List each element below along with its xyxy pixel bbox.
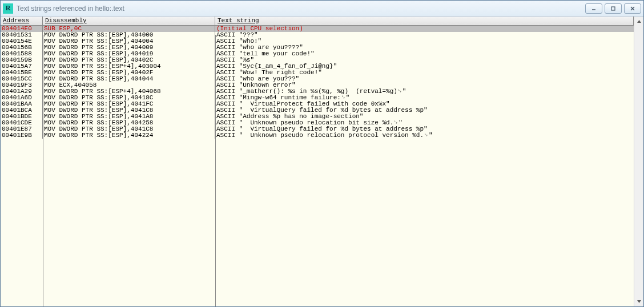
column-separator[interactable] (215, 35, 216, 306)
content-area: Address Disassembly Text string 004014E0… (1, 17, 643, 306)
close-button[interactable] (624, 3, 641, 14)
scroll-down-arrow-icon[interactable] (635, 298, 643, 305)
cell-text-string: (Initial CPU selection) (215, 26, 634, 32)
window-frame: R Text strings referenced in hello:.text… (0, 0, 644, 307)
column-header-text-string[interactable]: Text string (215, 17, 634, 25)
table-header[interactable]: Address Disassembly Text string (1, 17, 634, 26)
svg-marker-5 (637, 300, 641, 303)
svg-rect-1 (611, 7, 615, 10)
cell-address: 00401E9B (1, 132, 43, 139)
table-body[interactable]: 004014E0SUB ESP,0C(Initial CPU selection… (1, 26, 634, 306)
titlebar[interactable]: R Text strings referenced in hello:.text (1, 1, 643, 17)
maximize-button[interactable] (605, 3, 622, 14)
strings-table[interactable]: Address Disassembly Text string 004014E0… (1, 17, 634, 306)
column-separator[interactable] (43, 35, 43, 306)
vertical-scrollbar[interactable] (634, 17, 643, 306)
svg-marker-4 (637, 20, 641, 23)
minimize-button[interactable] (585, 3, 602, 14)
cell-text-string: ASCII "???" (215, 32, 634, 38)
cell-text-string: ASCII " Unknown pseudo relocation protoc… (215, 132, 634, 139)
cell-disassembly: MOV DWORD PTR SS:[ESP],404224 (43, 132, 215, 139)
scroll-up-arrow-icon[interactable] (635, 18, 643, 25)
window-title: Text strings referenced in hello:.text (17, 5, 582, 13)
column-header-address[interactable]: Address (1, 17, 43, 25)
app-icon: R (3, 3, 13, 14)
table-row[interactable]: 00401E9BMOV DWORD PTR SS:[ESP],404224ASC… (1, 132, 634, 139)
column-header-disassembly[interactable]: Disassembly (43, 17, 215, 25)
cell-text-string: ASCII "tell me your code!" (215, 51, 634, 57)
window-controls (585, 3, 641, 14)
